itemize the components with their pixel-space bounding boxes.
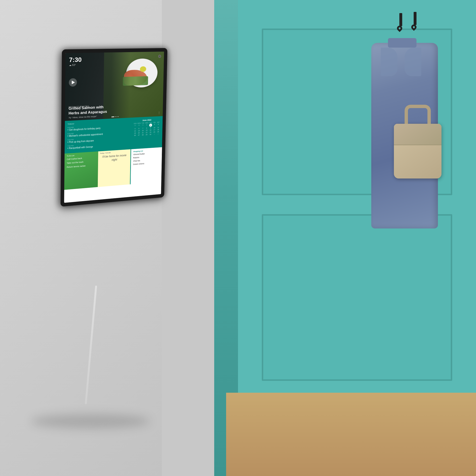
note-card[interactable]: Today, 7:20 AM I'll be home for movie ni… [98, 149, 130, 187]
hook-1 [399, 13, 402, 26]
cards-section: To-Do List Call Carlos back Take out the… [64, 147, 162, 190]
cal-d-30b: 30 [149, 133, 152, 136]
floor [226, 393, 476, 476]
dot-3 [117, 116, 119, 117]
device-screen: 7:30 ☁ 63° Popular Recipes Grilled Salmo… [64, 52, 164, 203]
cal-wed: WED [145, 122, 149, 124]
scene: 7:30 ☁ 63° Popular Recipes Grilled Salmo… [0, 0, 476, 476]
cal-d-26: 26 [133, 134, 137, 136]
cal-sun: SUN [133, 122, 137, 124]
shopping-item-4: Green onions [133, 161, 160, 165]
cal-fri: FRI [153, 122, 156, 123]
cal-d-13: 13 [137, 130, 141, 132]
cal-d-31: 31 [141, 124, 145, 127]
more-options-icon[interactable]: ⋮ [157, 111, 161, 115]
todo-item-3: Return tennis racket [67, 164, 96, 169]
cal-d-29b: 29 [145, 134, 148, 136]
jacket-collar [388, 38, 416, 48]
cal-sat: SAT [157, 121, 160, 123]
cal-d-2-today: 2 [149, 123, 152, 127]
time-text: 7:30 [69, 56, 82, 63]
cal-d-8: 8 [145, 127, 149, 129]
hero-section: 7:30 ☁ 63° Popular Recipes Grilled Salmo… [65, 52, 164, 121]
cal-d-15: 15 [145, 129, 148, 131]
cal-d-19: 19 [133, 132, 137, 134]
todo-item-1: Call Carlos back [67, 156, 96, 160]
cal-d-7: 7 [141, 127, 145, 130]
cal-d-30: 30 [137, 124, 141, 128]
jacket-lapel-right [405, 48, 421, 76]
cal-d-11: 11 [156, 126, 160, 129]
cal-d-6: 6 [137, 127, 141, 130]
event-dot-2 [67, 136, 68, 136]
dot-2 [115, 116, 116, 117]
cal-d-14: 14 [141, 130, 145, 132]
cal-d-17: 17 [153, 129, 156, 131]
event-dot-3 [67, 142, 68, 143]
cal-d-24: 24 [153, 131, 156, 133]
calendar-grid: SUN MON TUE WED THU FRI SAT 29 30 31 1 [133, 121, 160, 136]
cal-tue: TUE [141, 122, 145, 124]
cal-d-3: 3 [153, 123, 156, 127]
mini-calendar: June 2022 SUN MON TUE WED THU FRI SAT 29 [133, 118, 160, 147]
cal-d-21: 21 [141, 132, 145, 134]
cal-d-29: 29 [133, 124, 137, 128]
jacket-lapel-left [381, 48, 397, 76]
cal-thu: THU [149, 122, 152, 123]
cal-d-5: 5 [133, 128, 137, 130]
cal-d-27: 27 [137, 134, 141, 136]
bag-strap [405, 105, 431, 126]
cal-d-12: 12 [133, 130, 137, 132]
cal-d-22: 22 [145, 131, 148, 134]
cal-d-28: 28 [141, 134, 145, 136]
cal-d-16: 16 [149, 129, 152, 131]
time-display: 7:30 ☁ 63° [69, 56, 82, 67]
hook-2 [414, 12, 416, 25]
event-dot-1 [68, 130, 68, 130]
event-dot-4 [67, 148, 68, 149]
todo-card[interactable]: To-Do List Call Carlos back Take out the… [64, 151, 98, 190]
cal-d-1-next: 1 [152, 133, 156, 135]
events-list: Today 8:00 AM Get doughnuts for birthday… [67, 120, 131, 151]
todo-item-2: Take out the trash [67, 160, 96, 165]
cal-d-20: 20 [137, 132, 141, 134]
play-icon [72, 81, 75, 84]
cal-d-9: 9 [149, 127, 152, 129]
device-frame: 7:30 ☁ 63° Popular Recipes Grilled Salmo… [60, 48, 167, 207]
device-shadow [31, 414, 150, 428]
door-inset-bottom [262, 214, 452, 381]
food-plate [126, 58, 158, 88]
cal-d-23: 23 [149, 131, 152, 133]
cal-mon: MON [137, 122, 141, 124]
cal-d-25: 25 [156, 131, 160, 133]
dot-1 [111, 116, 115, 117]
weather-text: ☁ 63° [69, 63, 82, 67]
cal-d-1: 1 [145, 124, 149, 127]
cal-d-2-next: 2 [156, 133, 160, 135]
food-lemon [140, 66, 146, 72]
note-text: I'll be home for movie night [100, 153, 129, 163]
bag-flap [394, 124, 442, 145]
cal-d-4: 4 [156, 123, 160, 126]
cal-d-18: 18 [156, 129, 160, 131]
shopping-card[interactable]: Shopping List Almond butter Raisins Chai… [130, 147, 162, 184]
cal-d-10: 10 [153, 127, 156, 129]
